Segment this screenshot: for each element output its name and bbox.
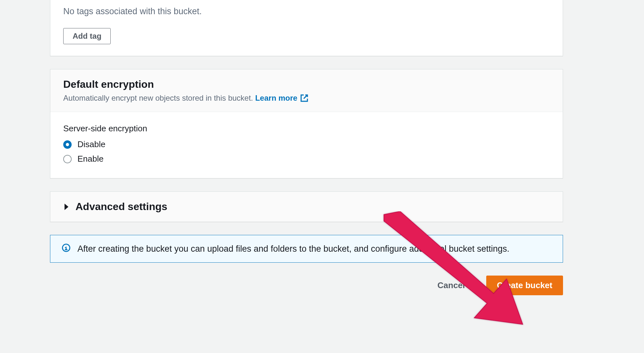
info-box: After creating the bucket you can upload… [50, 235, 563, 263]
caret-right-icon [63, 204, 70, 210]
advanced-settings-title: Advanced settings [75, 201, 167, 213]
tags-panel: No tags associated with this bucket. Add… [50, 0, 563, 56]
sse-radio-enable[interactable]: Enable [63, 154, 550, 164]
action-row: Cancel Create bucket [50, 276, 563, 295]
encryption-panel-header: Default encryption Automatically encrypt… [50, 69, 563, 112]
sse-radio-disable[interactable]: Disable [63, 139, 550, 149]
info-message: After creating the bucket you can upload… [77, 243, 509, 255]
encryption-panel-body: Server-side encryption Disable Enable [50, 112, 563, 178]
radio-unselected-icon [63, 155, 72, 163]
radio-inner-dot [66, 143, 69, 146]
sse-field-label: Server-side encryption [63, 124, 550, 134]
encryption-learn-more-link[interactable]: Learn more [255, 94, 308, 103]
external-link-icon [300, 94, 308, 102]
svg-point-1 [66, 246, 66, 247]
radio-selected-icon [63, 140, 72, 149]
add-tag-row: Add tag [63, 28, 550, 44]
page: No tags associated with this bucket. Add… [0, 0, 644, 353]
info-icon [62, 244, 70, 253]
tags-empty-message: No tags associated with this bucket. [63, 0, 550, 16]
content-column: No tags associated with this bucket. Add… [50, 0, 563, 295]
create-bucket-button[interactable]: Create bucket [486, 276, 563, 295]
encryption-learn-more-label: Learn more [255, 94, 297, 103]
sse-radio-enable-label: Enable [77, 154, 104, 164]
cancel-button[interactable]: Cancel [427, 276, 475, 295]
encryption-panel: Default encryption Automatically encrypt… [50, 69, 563, 178]
encryption-subtitle-row: Automatically encrypt new objects stored… [63, 94, 550, 103]
add-tag-button[interactable]: Add tag [63, 28, 111, 44]
sse-radio-disable-label: Disable [77, 139, 106, 149]
advanced-settings-panel: Advanced settings [50, 191, 563, 222]
advanced-settings-toggle[interactable]: Advanced settings [63, 201, 550, 213]
encryption-title: Default encryption [63, 78, 550, 90]
encryption-description: Automatically encrypt new objects stored… [63, 94, 253, 102]
